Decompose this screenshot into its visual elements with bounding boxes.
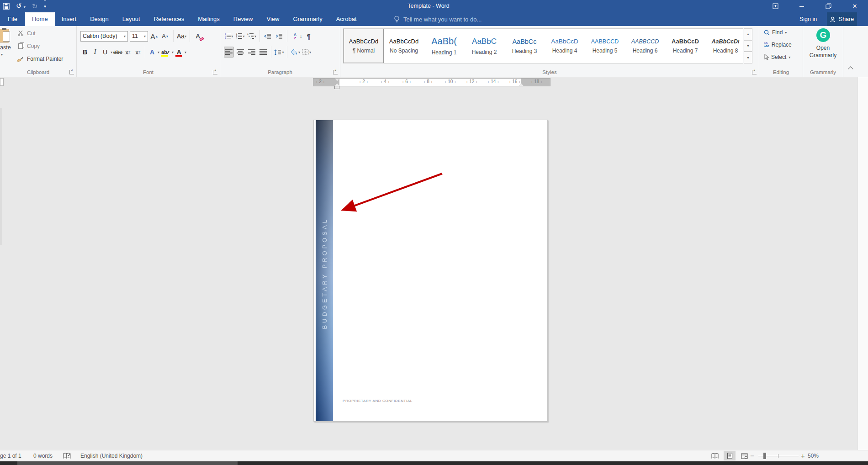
paste-button[interactable]: aste xyxy=(0,44,11,51)
shading-button[interactable]: ▾ xyxy=(290,47,300,58)
tab-review[interactable]: Review xyxy=(227,12,260,26)
select-caret-icon[interactable]: ▾ xyxy=(789,55,790,59)
decrease-indent-button[interactable] xyxy=(263,31,273,42)
font-color-button[interactable]: A xyxy=(175,47,184,58)
tab-references[interactable]: References xyxy=(147,12,191,26)
style-heading-7[interactable]: AaBbCcD Heading 7 xyxy=(665,29,705,63)
right-indent-marker[interactable] xyxy=(519,83,524,86)
read-mode-icon[interactable] xyxy=(709,451,721,460)
bold-button[interactable]: B xyxy=(80,47,90,58)
styles-scroll-up-icon[interactable]: ▲ xyxy=(744,28,752,40)
numbering-button[interactable]: 1 2 3 ▾ xyxy=(235,31,245,42)
align-center-button[interactable] xyxy=(235,47,245,58)
style-heading-3[interactable]: AaBbCc Heading 3 xyxy=(504,29,545,63)
style-normal[interactable]: AaBbCcDd ¶ Normal xyxy=(344,29,384,63)
clipboard-dialog-launcher-icon[interactable] xyxy=(69,70,74,74)
styles-scroll-down-icon[interactable]: ▼ xyxy=(744,40,752,52)
show-formatting-button[interactable]: ¶ xyxy=(304,31,314,42)
tab-mailings[interactable]: Mailings xyxy=(191,12,227,26)
superscript-button[interactable]: x2 xyxy=(133,47,143,58)
borders-button[interactable]: ▾ xyxy=(302,47,312,58)
replace-button[interactable]: ab⤷ac Replace xyxy=(764,42,792,48)
format-painter-button[interactable]: Format Painter xyxy=(16,55,63,62)
undo-caret-icon[interactable]: ▾ xyxy=(24,5,26,9)
font-name-select[interactable]: Calibri (Body)▾ xyxy=(80,31,128,42)
tab-insert[interactable]: Insert xyxy=(55,12,84,26)
underline-caret-icon[interactable]: ▾ xyxy=(111,50,112,54)
share-button[interactable]: Share xyxy=(827,12,857,26)
style-heading-8[interactable]: AaBbCcDı Heading 8 xyxy=(705,29,743,63)
grammarly-logo-icon[interactable]: G xyxy=(816,28,830,42)
highlight-button[interactable]: ab xyxy=(160,47,171,58)
proofing-icon[interactable] xyxy=(63,453,71,459)
find-caret-icon[interactable]: ▾ xyxy=(785,31,787,35)
text-effects-button[interactable]: A xyxy=(148,47,157,58)
style-heading-5[interactable]: AABBCCD Heading 5 xyxy=(585,29,625,63)
clear-formatting-button[interactable]: A xyxy=(193,31,202,42)
change-case-button[interactable]: Aa▾ xyxy=(177,31,186,42)
paragraph-dialog-launcher-icon[interactable] xyxy=(333,70,338,74)
zoom-level[interactable]: 50% xyxy=(808,450,819,461)
multilevel-list-button[interactable]: 1 a i ▾ xyxy=(247,31,257,42)
restore-icon[interactable] xyxy=(815,0,842,12)
open-grammarly-button[interactable]: Open Grammarly xyxy=(803,44,843,59)
select-button[interactable]: Select ▾ xyxy=(764,54,790,60)
font-size-select[interactable]: 11▾ xyxy=(130,31,148,42)
grow-font-button[interactable]: A▲ xyxy=(150,31,159,42)
tab-design[interactable]: Design xyxy=(83,12,115,26)
customize-qat-icon[interactable]: ▾ xyxy=(44,0,46,12)
style-heading-1[interactable]: AaBb( Heading 1 xyxy=(424,29,464,63)
style-no-spacing[interactable]: AaBbCcDd No Spacing xyxy=(384,29,424,63)
minimize-icon[interactable] xyxy=(789,0,815,12)
first-line-indent-marker[interactable] xyxy=(335,79,339,81)
increase-indent-button[interactable] xyxy=(274,31,284,42)
cut-button[interactable]: Cut xyxy=(16,30,36,37)
paste-caret-icon[interactable]: ▾ xyxy=(1,53,3,57)
styles-more-icon[interactable]: ▼ xyxy=(744,52,752,63)
tab-file[interactable]: File xyxy=(0,12,25,26)
shrink-font-button[interactable]: A▼ xyxy=(161,31,170,42)
document-canvas[interactable]: BUDGETARY PROPOSAL PROPRIETARY AND CONFI… xyxy=(0,77,868,450)
style-heading-6[interactable]: AABBCCD Heading 6 xyxy=(625,29,665,63)
horizontal-ruler[interactable]: 2 2 4 6 8 10 12 14 16 18 xyxy=(313,78,550,86)
save-icon[interactable] xyxy=(3,3,10,10)
styles-dialog-launcher-icon[interactable] xyxy=(752,70,757,74)
collapse-ribbon-icon[interactable] xyxy=(848,66,854,70)
text-effects-caret-icon[interactable]: ▾ xyxy=(158,50,159,54)
document-page[interactable]: BUDGETARY PROPOSAL PROPRIETARY AND CONFI… xyxy=(313,120,548,422)
align-left-button[interactable] xyxy=(224,47,234,58)
strikethrough-button[interactable]: abe xyxy=(113,47,122,58)
word-count[interactable]: 0 words xyxy=(33,450,53,461)
highlight-caret-icon[interactable]: ▾ xyxy=(172,50,174,54)
print-layout-icon[interactable] xyxy=(724,451,736,460)
ribbon-display-options-icon[interactable] xyxy=(762,0,789,12)
web-layout-icon[interactable] xyxy=(738,451,750,460)
tell-me-box[interactable]: Tell me what you want to do... xyxy=(394,12,482,26)
zoom-slider-thumb[interactable] xyxy=(763,453,766,459)
tab-view[interactable]: View xyxy=(259,12,286,26)
left-indent-marker[interactable] xyxy=(334,86,339,89)
bullets-button[interactable]: ▾ xyxy=(224,31,234,42)
tab-home[interactable]: Home xyxy=(25,12,55,26)
tab-acrobat[interactable]: Acrobat xyxy=(329,12,364,26)
justify-button[interactable] xyxy=(258,47,268,58)
subscript-button[interactable]: x2 xyxy=(123,47,132,58)
page-indicator[interactable]: ge 1 of 1 xyxy=(0,450,21,461)
close-icon[interactable]: ✕ xyxy=(842,0,868,12)
undo-button[interactable]: ↺ ▾ xyxy=(16,0,26,13)
font-dialog-launcher-icon[interactable] xyxy=(213,70,217,74)
find-button[interactable]: Find ▾ xyxy=(764,29,787,36)
paste-icon[interactable] xyxy=(0,28,11,43)
tab-layout[interactable]: Layout xyxy=(116,12,147,26)
sort-button[interactable]: A Z xyxy=(290,31,300,42)
font-color-caret-icon[interactable]: ▾ xyxy=(185,50,186,54)
sign-in-link[interactable]: Sign in xyxy=(799,12,817,26)
language-indicator[interactable]: English (United Kingdom) xyxy=(80,450,143,461)
zoom-in-button[interactable]: + xyxy=(801,450,805,461)
underline-button[interactable]: U xyxy=(101,47,110,58)
align-right-button[interactable] xyxy=(247,47,257,58)
line-spacing-button[interactable]: ▾ xyxy=(274,47,284,58)
tab-grammarly[interactable]: Grammarly xyxy=(286,12,329,26)
style-heading-4[interactable]: AaBbCcD Heading 4 xyxy=(545,29,585,63)
zoom-out-button[interactable]: − xyxy=(750,450,754,461)
